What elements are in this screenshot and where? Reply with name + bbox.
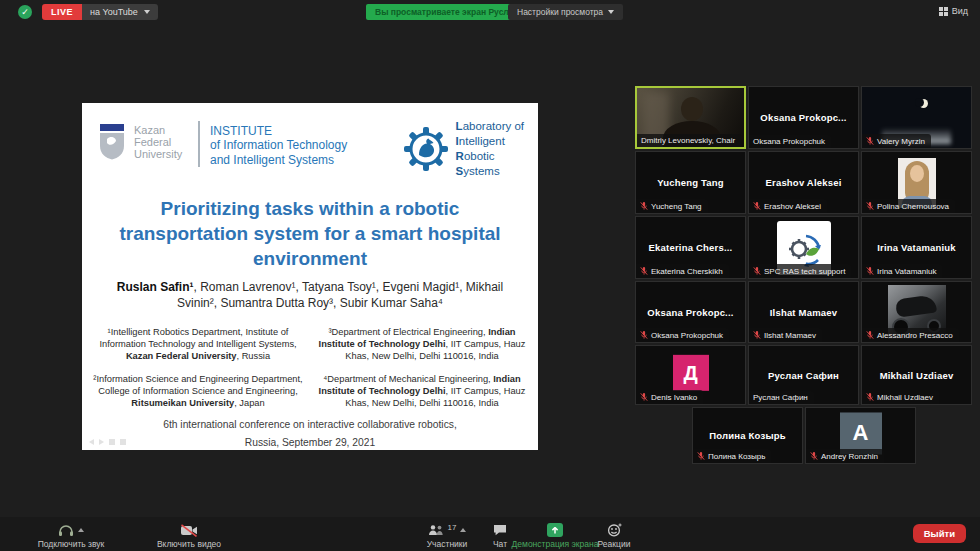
participant-name-label: Irina Vatamaniuk bbox=[862, 264, 942, 278]
muted-mic-icon bbox=[866, 136, 874, 146]
muted-mic-icon bbox=[866, 392, 874, 402]
share-screen-icon bbox=[547, 523, 563, 537]
kfu-logo-block: Kazan Federal University bbox=[98, 123, 182, 161]
live-platform-button[interactable]: на YouTube bbox=[82, 4, 158, 20]
chevron-up-icon bbox=[78, 528, 84, 532]
chevron-down-icon bbox=[608, 10, 614, 14]
affiliation-1: ¹Intelligent Robotics Department, Instit… bbox=[92, 326, 304, 362]
participant-name-label: Valery Myrzin bbox=[862, 134, 931, 148]
participant-name-label: SPC RAS tech support bbox=[749, 264, 851, 278]
tile-erashov-aleksei[interactable]: Erashov Aleksei Erashov Aleksei bbox=[748, 151, 859, 214]
tile-andrey-ronzhin[interactable]: A Andrey Ronzhin bbox=[805, 407, 916, 464]
muted-mic-icon bbox=[866, 330, 874, 340]
kfu-emblem-icon bbox=[98, 123, 126, 161]
tile-ruslan-safin[interactable]: Руслан Сафин Руслан Сафин bbox=[748, 345, 859, 405]
muted-mic-icon bbox=[866, 201, 874, 211]
participants-count-badge: 17 bbox=[448, 523, 457, 532]
participant-avatar: Д bbox=[673, 355, 709, 391]
lirs-name: Laboratory of Intelligent Robotic System… bbox=[456, 119, 524, 179]
participant-name-label: Yucheng Tang bbox=[636, 199, 708, 213]
tile-polina-chernousova[interactable]: Polina Chernousova bbox=[861, 151, 972, 214]
spc-ras-logo-icon bbox=[784, 228, 824, 268]
tile-denis-ivanko[interactable]: Д Denis Ivanko bbox=[635, 345, 746, 405]
participants-button[interactable]: 17 Участники bbox=[415, 523, 479, 549]
participant-name-label: Полина Козырь bbox=[693, 449, 771, 463]
tile-oksana-prokopchuk-2[interactable]: Oksana Prokopc... Oksana Prokopchuk bbox=[635, 281, 746, 343]
tile-polina-kozyr[interactable]: Полина Козырь Полина Козырь bbox=[692, 407, 803, 464]
tile-ekaterina-cherskikh[interactable]: Ekaterina Chers... Ekaterina Cherskikh bbox=[635, 216, 746, 279]
participant-name-label: Erashov Aleksei bbox=[749, 199, 827, 213]
participant-name-label: Mikhail Uzdiaev bbox=[862, 390, 939, 404]
chevron-down-icon bbox=[144, 10, 150, 14]
shared-screen-slide: Kazan Federal University INSTITUTE of In… bbox=[82, 103, 538, 450]
affiliation-4: ⁴Department of Mechanical Engineering, I… bbox=[316, 373, 528, 409]
institute-name: INSTITUTE of Information Technology and … bbox=[210, 124, 347, 167]
tile-mikhail-uzdiaev[interactable]: Mikhail Uzdiaev Mikhail Uzdiaev bbox=[861, 345, 972, 405]
affiliation-2: ²Information Science and Engineering Dep… bbox=[92, 373, 304, 409]
top-bar: ✓ LIVE на YouTube Вы просматриваете экра… bbox=[0, 0, 980, 24]
encryption-shield-icon: ✓ bbox=[18, 5, 32, 19]
leave-meeting-button[interactable]: Выйти bbox=[913, 524, 966, 543]
grid-view-icon bbox=[939, 7, 948, 16]
affiliations-right-column: ³Department of Electrical Engineering, I… bbox=[316, 326, 528, 409]
tile-irina-vatamaniuk[interactable]: Irina Vatamaniuk Irina Vatamaniuk bbox=[861, 216, 972, 279]
view-settings-button[interactable]: Настройки просмотра bbox=[508, 4, 623, 20]
meeting-toolbar: Подключить звук Включить видео bbox=[0, 517, 980, 551]
reactions-icon bbox=[607, 523, 622, 537]
participant-name-label: Oksana Prokopchuk bbox=[636, 328, 729, 342]
lirs-gear-icon bbox=[404, 127, 448, 171]
participants-icon bbox=[428, 524, 444, 536]
view-button-label: Вид bbox=[952, 6, 968, 16]
participant-name-label: Oksana Prokopchuk bbox=[749, 135, 831, 148]
muted-mic-icon bbox=[753, 330, 761, 340]
reactions-button[interactable]: Реакции bbox=[585, 523, 643, 549]
participant-name-label: Alessandro Presacco bbox=[862, 328, 959, 342]
muted-mic-icon bbox=[640, 392, 648, 402]
zoom-window: ✓ LIVE на YouTube Вы просматриваете экра… bbox=[0, 0, 980, 551]
live-badge: LIVE bbox=[42, 4, 82, 20]
slide-authors: Ruslan Safin¹, Roman Lavrenov¹, Tatyana … bbox=[96, 280, 524, 312]
view-button[interactable]: Вид bbox=[939, 6, 968, 16]
kfu-name: Kazan Federal University bbox=[134, 124, 182, 161]
tile-valery-myrzin[interactable]: Valery Myrzin bbox=[861, 86, 972, 149]
participant-name-label: Polina Chernousova bbox=[862, 199, 955, 213]
muted-mic-icon bbox=[753, 266, 761, 276]
view-settings-label: Настройки просмотра bbox=[517, 7, 603, 17]
camera-off-icon bbox=[180, 524, 198, 537]
slide-nav-controls bbox=[89, 439, 126, 445]
participant-name-label: Andrey Ronzhin bbox=[806, 449, 884, 463]
muted-mic-icon bbox=[866, 266, 874, 276]
tile-ilshat-mamaev[interactable]: Ilshat Mamaev Ilshat Mamaev bbox=[748, 281, 859, 343]
slide-header: Kazan Federal University INSTITUTE of In… bbox=[98, 119, 524, 173]
muted-mic-icon bbox=[640, 330, 648, 340]
live-streaming-cluster: ✓ LIVE на YouTube bbox=[18, 4, 158, 20]
muted-mic-icon bbox=[697, 451, 705, 461]
lirs-logo-block: Laboratory of Intelligent Robotic System… bbox=[404, 119, 524, 179]
tile-spc-ras-tech-support[interactable]: SPC RAS tech support bbox=[748, 216, 859, 279]
tile-dmitriy-levonevskiy[interactable]: Dmitriy Levonevskiy, Chair bbox=[635, 86, 746, 149]
muted-mic-icon bbox=[640, 266, 648, 276]
join-audio-button[interactable]: Подключить звук bbox=[16, 523, 126, 549]
header-divider bbox=[198, 121, 200, 167]
participant-name-label: Denis Ivanko bbox=[636, 390, 703, 404]
muted-mic-icon bbox=[810, 451, 818, 461]
participant-name-label: Ekaterina Cherskikh bbox=[636, 264, 729, 278]
conference-info: 6th international conference on interact… bbox=[82, 416, 538, 451]
affiliation-3: ³Department of Electrical Engineering, I… bbox=[316, 326, 528, 362]
slide-affiliations: ¹Intelligent Robotics Department, Instit… bbox=[92, 326, 528, 409]
participant-name-label: Ilshat Mamaev bbox=[749, 328, 822, 342]
participant-avatar: A bbox=[840, 412, 882, 454]
start-video-button[interactable]: Включить видео bbox=[134, 523, 244, 549]
headset-icon bbox=[58, 523, 74, 537]
tile-yucheng-tang[interactable]: Yucheng Tang Yucheng Tang bbox=[635, 151, 746, 214]
muted-mic-icon bbox=[753, 201, 761, 211]
participant-name-label: Руслан Сафин bbox=[749, 391, 814, 404]
participant-name-label: Dmitriy Levonevskiy, Chair bbox=[637, 134, 741, 147]
muted-mic-icon bbox=[640, 201, 648, 211]
slide-title: Prioritizing tasks within a robotic tran… bbox=[98, 196, 522, 271]
tile-oksana-prokopchuk-1[interactable]: Oksana Prokopc... Oksana Prokopchuk bbox=[748, 86, 859, 149]
tile-alessandro-presacco[interactable]: Alessandro Presacco bbox=[861, 281, 972, 343]
affiliations-left-column: ¹Intelligent Robotics Department, Instit… bbox=[92, 326, 304, 409]
chevron-up-icon bbox=[460, 528, 466, 532]
live-platform-label: на YouTube bbox=[90, 7, 138, 17]
